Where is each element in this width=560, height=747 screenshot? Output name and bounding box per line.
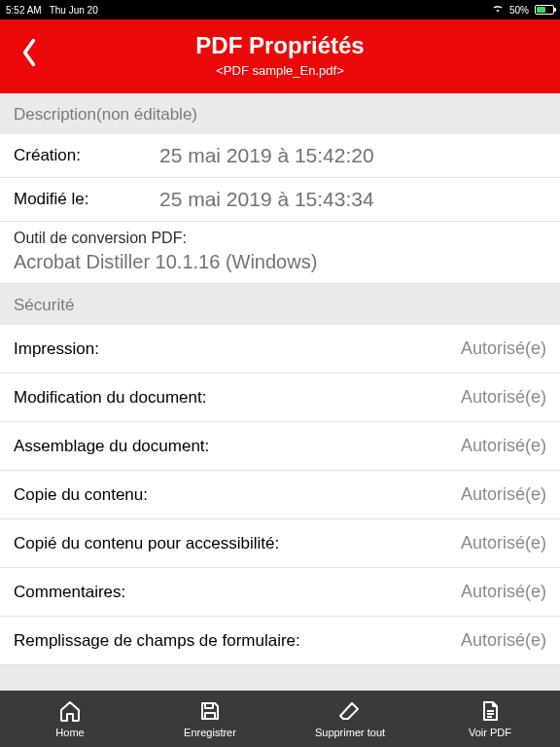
- page-subtitle: <PDF sample_En.pdf>: [216, 63, 344, 78]
- status-time: 5:52 AM: [6, 5, 42, 16]
- section-security-header: Sécurité: [0, 284, 560, 325]
- security-row: Commentaires:Autorisé(e): [0, 568, 560, 617]
- security-value: Autorisé(e): [461, 436, 546, 456]
- delete-all-button[interactable]: Supprimer tout: [292, 699, 408, 738]
- view-pdf-button[interactable]: Voir PDF: [432, 699, 548, 738]
- bottom-toolbar: Home Enregistrer Supprimer tout Voir PDF: [0, 691, 560, 747]
- security-value: Autorisé(e): [461, 630, 546, 651]
- modified-value: 25 mai 2019 à 15:43:34: [159, 188, 546, 211]
- section-description-header: Description(non éditable): [0, 93, 560, 134]
- home-label: Home: [55, 727, 84, 738]
- tool-label: Outil de conversion PDF:: [14, 230, 546, 247]
- save-label: Enregistrer: [184, 727, 236, 738]
- security-row: Copié du contenu pour accessibilité:Auto…: [0, 519, 560, 568]
- properties-list: Description(non éditable) Création: 25 m…: [0, 93, 560, 691]
- creation-label: Création:: [14, 146, 159, 165]
- security-value: Autorisé(e): [461, 484, 546, 505]
- security-label: Copie du contenu:: [14, 485, 148, 505]
- battery-icon: [535, 5, 554, 15]
- page-title: PDF Propriétés: [195, 32, 364, 59]
- status-bar: 5:52 AM Thu Jun 20 50%: [0, 0, 560, 19]
- security-value: Autorisé(e): [461, 387, 546, 408]
- save-icon: [198, 699, 222, 725]
- security-value: Autorisé(e): [461, 338, 546, 359]
- security-row: Assemblage du document:Autorisé(e): [0, 422, 560, 471]
- view-pdf-label: Voir PDF: [469, 727, 511, 738]
- wifi-icon: [492, 4, 504, 16]
- row-modified: Modifié le: 25 mai 2019 à 15:43:34: [0, 178, 560, 222]
- security-label: Commentaires:: [14, 583, 125, 602]
- security-row: Impression:Autorisé(e): [0, 325, 560, 374]
- security-row: Modification du document:Autorisé(e): [0, 374, 560, 422]
- security-label: Remplissage de champs de formulaire:: [14, 631, 300, 651]
- security-row: Copie du contenu:Autorisé(e): [0, 471, 560, 519]
- security-label: Assemblage du document:: [14, 437, 209, 456]
- home-button[interactable]: Home: [12, 699, 128, 738]
- delete-all-label: Supprimer tout: [315, 727, 385, 738]
- security-label: Copié du contenu pour accessibilité:: [14, 534, 279, 553]
- home-icon: [58, 699, 82, 725]
- security-value: Autorisé(e): [461, 533, 546, 553]
- app-header: PDF Propriétés <PDF sample_En.pdf>: [0, 19, 560, 93]
- tool-value: Acrobat Distiller 10.1.16 (Windows): [14, 251, 546, 273]
- security-value: Autorisé(e): [461, 582, 546, 602]
- battery-percent: 50%: [509, 5, 529, 16]
- status-date: Thu Jun 20: [50, 5, 98, 16]
- row-conversion-tool: Outil de conversion PDF: Acrobat Distill…: [0, 222, 560, 284]
- modified-label: Modifié le:: [14, 190, 159, 209]
- security-row: Remplissage de champs de formulaire:Auto…: [0, 617, 560, 665]
- save-button[interactable]: Enregistrer: [152, 699, 268, 738]
- back-button[interactable]: [14, 35, 45, 70]
- document-icon: [478, 699, 502, 725]
- eraser-icon: [338, 699, 362, 725]
- creation-value: 25 mai 2019 à 15:42:20: [159, 144, 546, 167]
- security-label: Modification du document:: [14, 388, 206, 408]
- row-creation: Création: 25 mai 2019 à 15:42:20: [0, 134, 560, 178]
- security-label: Impression:: [14, 339, 99, 359]
